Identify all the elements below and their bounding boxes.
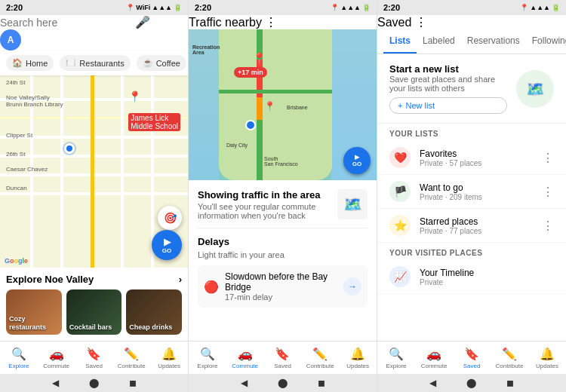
quick-nav-restaurants[interactable]: 🍽️ Restaurants	[60, 55, 130, 71]
tab-lists[interactable]: Lists	[383, 29, 417, 54]
avatar[interactable]: A	[0, 29, 21, 51]
commute-nav-icon-2: 🚗	[238, 347, 253, 361]
nav-commute-3[interactable]: 🚗 Commute	[415, 341, 453, 374]
delay-badge: +17 min	[234, 67, 267, 78]
nav-contribute-3[interactable]: ✏️ Contribute	[491, 341, 528, 374]
nav-saved-3[interactable]: 🔖 Saved	[453, 341, 491, 374]
go-text-traffic: GO	[352, 161, 361, 167]
explore-chevron-icon[interactable]: ›	[179, 274, 182, 285]
traffic-title: Traffic nearby	[189, 16, 262, 29]
nav-saved-2[interactable]: 🔖 Saved	[264, 341, 302, 374]
nav-contribute-1[interactable]: ✏️ Contribute	[112, 341, 150, 374]
updates-nav-icon-2: 🔔	[350, 347, 365, 361]
list-item-timeline[interactable]: 📈 Your Timeline Private	[377, 260, 566, 294]
explore-card-restaurants[interactable]: Cozy restaurants	[6, 289, 62, 335]
explore-card-bars[interactable]: Cocktail bars	[66, 289, 122, 335]
favorites-name: Favorites	[420, 149, 533, 159]
saved-content: Start a new list Save great places and s…	[377, 54, 566, 341]
map-road	[121, 75, 124, 268]
james-lick-label: James LickMiddle School	[128, 113, 180, 131]
list-item-want-to-go[interactable]: 🏴 Want to go Private · 209 items ⋮	[377, 175, 566, 209]
recents-btn-2[interactable]: ◼	[318, 378, 325, 388]
delays-section: Delays Light traffic in your area 🔴 Slow…	[198, 236, 368, 308]
traffic-more-icon[interactable]: ⋮	[265, 16, 277, 29]
explore-title: Explore Noe Valley ›	[6, 274, 182, 285]
want-to-go-more-icon[interactable]: ⋮	[542, 185, 554, 199]
nav-commute-2[interactable]: 🚗 Commute	[226, 341, 264, 374]
map-pin-red: 📍	[253, 52, 266, 64]
back-btn-3[interactable]: ◀	[429, 378, 436, 388]
mic-icon[interactable]: 🎤	[135, 16, 150, 29]
delay-arrow-icon[interactable]: →	[343, 277, 361, 296]
saved-tabs: Lists Labeled Reservations Following	[377, 29, 566, 54]
home-btn-1[interactable]: ⬤	[89, 378, 99, 388]
go-arrow-traffic-icon: ▶	[355, 154, 359, 161]
new-list-button[interactable]: + New list	[389, 97, 507, 114]
delay-text: Slowdown before the Bay Bridge 17-min de…	[225, 271, 337, 302]
saved-nav-icon-3: 🔖	[464, 347, 479, 361]
delay-warning-icon: 🔴	[204, 280, 219, 294]
nav-explore-1[interactable]: 🔍 Explore	[0, 341, 38, 374]
tab-labeled[interactable]: Labeled	[417, 29, 461, 54]
nav-saved-1[interactable]: 🔖 Saved	[75, 341, 113, 374]
location-icon-3: 📍	[520, 4, 528, 11]
bottom-nav-1: 🔍 Explore 🚗 Commute 🔖 Saved ✏️ Contribut…	[0, 341, 188, 374]
list-item-favorites[interactable]: ❤️ Favorites Private · 57 places ⋮	[377, 141, 566, 175]
traffic-info: Showing traffic in the area You'll see y…	[189, 180, 377, 341]
nav-updates-3[interactable]: 🔔 Updates	[528, 341, 566, 374]
home-btn-2[interactable]: ⬤	[278, 378, 288, 388]
status-time-2: 2:20	[195, 3, 211, 12]
traffic-map-overlay: +17 min 📍 📍 ▶ GO RecreationArea Brisbane…	[189, 29, 377, 180]
nav-commute-1[interactable]: 🚗 Commute	[38, 341, 75, 374]
want-to-go-sub: Private · 209 items	[420, 193, 533, 201]
traffic-showing-text: Showing traffic in the area You'll see y…	[198, 189, 330, 220]
explore-title-text: Explore Noe Valley	[6, 274, 94, 285]
new-list-plus-icon: +	[398, 101, 402, 110]
starred-more-icon[interactable]: ⋮	[542, 219, 554, 233]
nav-contribute-2[interactable]: ✏️ Contribute	[301, 341, 339, 374]
new-list-section: Start a new list Save great places and s…	[377, 54, 566, 124]
search-input[interactable]	[0, 17, 132, 29]
battery-icon: 🔋	[174, 4, 182, 11]
favorites-icon: ❤️	[389, 147, 411, 168]
go-label: GO	[162, 247, 171, 254]
nav-explore-3[interactable]: 🔍 Explore	[377, 341, 415, 374]
map-area[interactable]: 24th St Noe Valley/SallyBrunn Branch Lib…	[0, 75, 188, 268]
tab-reservations[interactable]: Reservations	[461, 29, 526, 54]
want-to-go-name: Want to go	[420, 182, 533, 193]
starred-icon: ⭐	[389, 215, 411, 236]
location-button[interactable]: 🎯	[158, 206, 182, 230]
recents-btn-1[interactable]: ◼	[129, 378, 137, 388]
back-btn-1[interactable]: ◀	[52, 378, 59, 388]
delay-item[interactable]: 🔴 Slowdown before the Bay Bridge 17-min …	[198, 265, 368, 308]
home-icon: 🏠	[12, 58, 23, 68]
status-bar-1: 2:20 📍 WiFi ▲▲▲ 🔋	[0, 0, 188, 15]
quick-nav-home[interactable]: 🏠 Home	[6, 55, 54, 71]
saved-title: Saved	[377, 16, 411, 29]
nav-explore-2[interactable]: 🔍 Explore	[189, 341, 226, 374]
go-button[interactable]: ▶ GO	[152, 230, 182, 260]
want-to-go-text: Want to go Private · 209 items	[420, 182, 533, 201]
go-button-traffic[interactable]: ▶ GO	[343, 147, 371, 174]
explore-cards: Cozy restaurants Cocktail bars Cheap dri…	[6, 289, 182, 335]
delay-time: 17-min delay	[225, 292, 337, 302]
traffic-illustration: 🗺️	[337, 189, 368, 219]
favorites-sub: Private · 57 places	[420, 159, 533, 167]
traffic-map[interactable]: +17 min 📍 📍 ▶ GO RecreationArea Brisbane…	[189, 29, 377, 180]
saved-header: Saved ⋮	[377, 15, 566, 29]
home-btn-3[interactable]: ⬤	[466, 378, 476, 388]
nav-updates-2[interactable]: 🔔 Updates	[339, 341, 377, 374]
back-btn-2[interactable]: ◀	[241, 378, 248, 388]
saved-more-icon[interactable]: ⋮	[415, 16, 427, 29]
tab-following[interactable]: Following	[526, 29, 566, 54]
android-nav-3: ◀ ⬤ ◼	[377, 374, 566, 392]
recents-btn-3[interactable]: ◼	[506, 378, 514, 388]
list-item-starred[interactable]: ⭐ Starred places Private · 77 places ⋮	[377, 209, 566, 243]
quick-nav-coffee[interactable]: ☕ Coffee	[137, 55, 186, 71]
timeline-sub: Private	[420, 278, 554, 286]
battery-icon-3: 🔋	[552, 4, 560, 11]
favorites-more-icon[interactable]: ⋮	[542, 151, 554, 165]
nav-updates-1[interactable]: 🔔 Updates	[150, 341, 188, 374]
explore-card-drinks[interactable]: Cheap drinks	[126, 289, 182, 335]
map-label: Duncan	[6, 185, 27, 191]
